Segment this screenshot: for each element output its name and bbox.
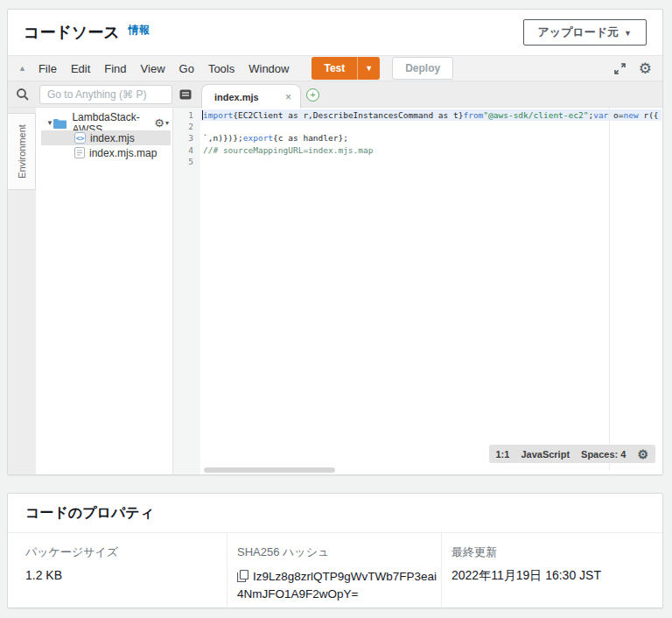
- column-label: パッケージサイズ: [25, 544, 118, 560]
- menu-file[interactable]: File: [38, 62, 57, 75]
- tree-file-index-mjs[interactable]: <> index.mjs: [41, 130, 171, 145]
- map-file-icon: [74, 147, 85, 158]
- test-button[interactable]: Test ▼: [312, 57, 380, 80]
- upload-from-button[interactable]: アップロード元▼: [523, 19, 647, 46]
- test-dropdown-icon[interactable]: ▼: [358, 64, 380, 73]
- indent-setting[interactable]: Spaces: 4: [581, 449, 626, 460]
- page: コードソース 情報 アップロード元▼ ▲ File Edit Find View…: [0, 0, 672, 618]
- deploy-button[interactable]: Deploy: [392, 57, 453, 80]
- cloud9-ide: Environment ▼ LambdaStack-AWSS ⚙▾ <> ind…: [8, 81, 662, 474]
- menu-window[interactable]: Window: [248, 62, 289, 75]
- code-lines[interactable]: import{EC2Client as r,DescribeInstancesC…: [200, 108, 662, 474]
- close-icon[interactable]: ×: [285, 91, 291, 103]
- last-updated-value: 2022年11月19日 16:30 JST: [452, 568, 601, 584]
- page-title: コードソース: [24, 22, 120, 43]
- column-label: SHA256 ハッシュ: [237, 544, 442, 560]
- file-name: index.mjs: [90, 132, 135, 144]
- file-tree: ▼ LambdaStack-AWSS ⚙▾ <> index.mjs: [36, 108, 173, 474]
- menu-find[interactable]: Find: [104, 62, 126, 75]
- file-name: index.mjs.map: [89, 147, 157, 159]
- print-margin-ruler: [609, 108, 610, 470]
- info-link[interactable]: 情報: [129, 23, 150, 38]
- column-label: 最終更新: [452, 544, 601, 560]
- package-size-column: パッケージサイズ 1.2 KB: [25, 544, 118, 582]
- menu-tools[interactable]: Tools: [208, 62, 234, 75]
- code-properties-title: コードのプロパティ: [8, 494, 662, 533]
- menu-go[interactable]: Go: [179, 62, 194, 75]
- last-updated-column: 最終更新 2022年11月19日 16:30 JST: [452, 544, 601, 584]
- panel-header: コードソース 情報 アップロード元▼: [8, 10, 662, 55]
- svg-text:<>: <>: [76, 135, 85, 143]
- horizontal-scrollbar[interactable]: [204, 467, 335, 473]
- code-properties-columns: パッケージサイズ 1.2 KB SHA256 ハッシュ Iz9Lz8g8zrlQ…: [8, 533, 662, 607]
- folder-settings-gear-icon[interactable]: ⚙▾: [154, 116, 169, 130]
- sha256-hash-value: Iz9Lz8g8zrlQTP9gWvTWb7FP3eai4NmJFO1A9F2w…: [237, 568, 442, 603]
- search-icon: [16, 88, 30, 102]
- line-number-gutter: 12345: [173, 108, 200, 474]
- code-source-panel: コードソース 情報 アップロード元▼ ▲ File Edit Find View…: [7, 9, 663, 475]
- expand-icon[interactable]: [613, 62, 626, 75]
- chevron-down-icon: ▼: [624, 29, 632, 38]
- cursor-position[interactable]: 1:1: [496, 449, 510, 460]
- tree-file-index-mjs-map[interactable]: index.mjs.map: [36, 145, 172, 160]
- folder-icon: [53, 118, 66, 129]
- collapse-menu-icon[interactable]: ▲: [18, 64, 26, 73]
- new-tab-icon[interactable]: +: [306, 88, 319, 102]
- tab-list-icon[interactable]: [179, 88, 192, 101]
- ide-settings-gear-icon[interactable]: ⚙: [639, 61, 652, 76]
- sha256-column: SHA256 ハッシュ Iz9Lz8g8zrlQTP9gWvTWb7FP3eai…: [237, 544, 442, 603]
- tab-environment[interactable]: Environment: [8, 113, 36, 190]
- menu-view[interactable]: View: [141, 62, 165, 75]
- tree-folder-row[interactable]: ▼ LambdaStack-AWSS ⚙▾: [46, 116, 169, 130]
- disclosure-triangle-icon[interactable]: ▼: [46, 119, 53, 127]
- editor-status-bar: 1:1 JavaScript Spaces: 4 ⚙: [489, 445, 656, 463]
- copy-icon[interactable]: [237, 570, 248, 582]
- editor-settings-gear-icon[interactable]: ⚙: [637, 448, 648, 460]
- language-mode[interactable]: JavaScript: [521, 449, 570, 460]
- code-properties-panel: コードのプロパティ パッケージサイズ 1.2 KB SHA256 ハッシュ Iz…: [7, 493, 663, 608]
- package-size-value: 1.2 KB: [25, 568, 118, 582]
- js-file-icon: <>: [74, 132, 86, 144]
- ide-menubar: ▲ File Edit Find View Go Tools Window Te…: [8, 55, 662, 81]
- column-divider: [441, 533, 442, 607]
- column-divider: [227, 533, 228, 607]
- editor-tab-index-mjs[interactable]: index.mjs ×: [201, 84, 301, 109]
- menu-edit[interactable]: Edit: [71, 62, 90, 75]
- go-to-anything-input[interactable]: [39, 85, 172, 104]
